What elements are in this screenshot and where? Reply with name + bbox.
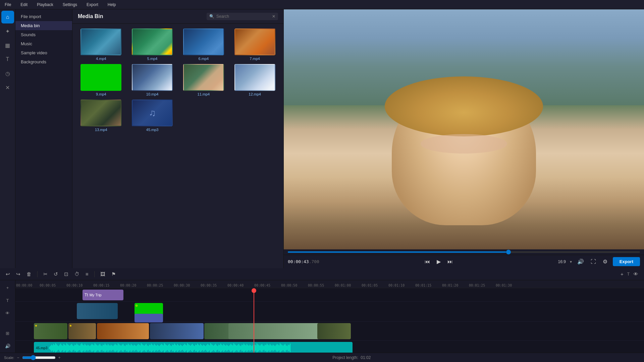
menu-playback[interactable]: Playback: [35, 2, 55, 8]
audio-track: 45.mp3: [15, 341, 644, 353]
list-button[interactable]: ≡: [84, 270, 90, 278]
nav-sounds[interactable]: Sounds: [15, 30, 72, 39]
tl-add-icon[interactable]: +: [2, 282, 14, 294]
nav-media-bin[interactable]: Media bin: [15, 21, 72, 30]
nav-sample-video[interactable]: Sample video: [15, 48, 72, 57]
waveform-bar: [263, 345, 263, 351]
video-clip-mountain[interactable]: [77, 303, 118, 319]
menu-export[interactable]: Export: [85, 2, 100, 8]
sidebar-icon-tools[interactable]: ✕: [1, 81, 14, 94]
audio-clip-main[interactable]: 45.mp3: [34, 342, 353, 353]
media-item[interactable]: 11.mp4: [180, 64, 228, 96]
waveform-bar: [59, 345, 60, 351]
progress-handle[interactable]: [506, 250, 511, 254]
nav-file-import[interactable]: File import: [15, 12, 72, 21]
waveform-bar: [191, 345, 192, 351]
media-thumb[interactable]: [234, 28, 275, 55]
video-clip-alpine[interactable]: [150, 323, 204, 339]
media-item[interactable]: 7.mp4: [231, 28, 279, 61]
waveform-bar: [259, 345, 259, 351]
waveform-bar: [144, 346, 145, 350]
media-item[interactable]: ♫ 45.mp3: [128, 100, 176, 132]
menu-settings[interactable]: Settings: [61, 2, 79, 8]
tl-vol-icon[interactable]: 🔊: [2, 340, 14, 352]
video-clip-overlay[interactable]: [135, 314, 163, 322]
delete-button[interactable]: 🗑: [25, 270, 33, 278]
export-button[interactable]: Export: [613, 257, 640, 266]
media-thumb[interactable]: [183, 64, 224, 91]
video-clip-woman[interactable]: [228, 323, 329, 339]
play-button[interactable]: ▶: [435, 258, 442, 265]
menu-help[interactable]: Help: [106, 2, 118, 8]
media-thumb[interactable]: [132, 64, 173, 91]
text-clip-my-trip[interactable]: Tt My Trip: [83, 290, 123, 300]
sidebar-icon-effects[interactable]: ✦: [1, 25, 14, 38]
menu-edit[interactable]: Edit: [18, 2, 30, 8]
waveform-bar: [264, 346, 264, 350]
media-label: 10.mp4: [146, 92, 159, 96]
eye-button[interactable]: 👁: [632, 270, 640, 278]
waveform-bar: [158, 345, 159, 351]
sidebar-icon-grid[interactable]: ▦: [1, 39, 14, 52]
media-thumb-audio[interactable]: ♫: [132, 100, 173, 126]
media-thumb[interactable]: [80, 100, 121, 126]
volume-button[interactable]: 🔊: [576, 258, 585, 265]
preview-progress-bar[interactable]: [288, 251, 640, 253]
settings-button[interactable]: ⚙: [601, 258, 609, 265]
waveform-bar: [79, 346, 80, 350]
media-thumb[interactable]: [80, 64, 121, 91]
tl-eye-icon[interactable]: 👁: [2, 307, 14, 319]
aspect-ratio-select[interactable]: 16:9: [558, 259, 566, 264]
next-frame-button[interactable]: ⏭: [446, 258, 454, 265]
waveform-bar: [179, 346, 180, 350]
video-clip-2[interactable]: ★: [68, 323, 96, 339]
redo-button[interactable]: ↪: [14, 270, 22, 278]
nav-backgrounds[interactable]: Backgrounds: [15, 57, 72, 66]
cut-button[interactable]: ✂: [42, 270, 49, 278]
nav-music[interactable]: Music: [15, 39, 72, 48]
sidebar-icon-clock[interactable]: ◷: [1, 67, 14, 80]
tl-layers-icon[interactable]: ⊞: [2, 327, 14, 339]
media-item[interactable]: 5.mp4: [128, 28, 176, 61]
media-item[interactable]: 4.mp4: [77, 28, 125, 61]
media-thumb[interactable]: [132, 28, 173, 55]
flag-button[interactable]: ⚑: [110, 270, 117, 278]
prev-frame-button[interactable]: ⏮: [423, 258, 431, 265]
rotate-button[interactable]: ↺: [52, 270, 60, 278]
add-track-button[interactable]: +: [619, 270, 625, 278]
overlay-button[interactable]: 🖼: [99, 270, 107, 278]
close-search-icon[interactable]: ✕: [272, 14, 275, 19]
media-item[interactable]: 9.mp4: [77, 64, 125, 96]
text-track-row: Tt My Trip: [15, 288, 644, 302]
search-input[interactable]: [216, 14, 270, 19]
waveform-bar: [132, 345, 132, 351]
media-item[interactable]: 10.mp4: [128, 64, 176, 96]
waveform-bar: [261, 345, 261, 351]
media-item[interactable]: 6.mp4: [180, 28, 228, 61]
ruler-mark-7: 00:00:35: [201, 284, 217, 287]
speed-button[interactable]: ⏱: [73, 270, 81, 278]
media-item[interactable]: 13.mp4: [77, 100, 125, 132]
sidebar-icon-home[interactable]: ⌂: [1, 11, 14, 23]
video-clip-desert[interactable]: [97, 323, 149, 339]
fullscreen-button[interactable]: ⛶: [589, 258, 597, 265]
video-clip-1[interactable]: ★: [34, 323, 67, 339]
waveform-bar: [139, 345, 140, 351]
timeline-ruler: 00:00:00 00:00:05 00:00:10 00:00:15 00:0…: [15, 280, 644, 288]
media-thumb[interactable]: [234, 64, 275, 91]
sidebar-icon-text[interactable]: T: [1, 53, 14, 66]
search-box[interactable]: 🔍 ✕: [207, 13, 278, 20]
crop-button[interactable]: ⊡: [62, 270, 70, 278]
video-clip-bike[interactable]: [317, 323, 351, 339]
menu-file[interactable]: File: [3, 2, 13, 8]
media-item[interactable]: 12.mp4: [231, 64, 279, 96]
media-thumb[interactable]: [183, 28, 224, 55]
timeline-content[interactable]: 00:00:00 00:00:05 00:00:10 00:00:15 00:0…: [15, 280, 644, 353]
scale-label: Scale:: [4, 356, 14, 360]
tl-text-icon[interactable]: T: [2, 294, 14, 306]
undo-button[interactable]: ↩: [4, 270, 12, 278]
media-thumb[interactable]: [80, 28, 121, 55]
scale-slider[interactable]: [22, 355, 56, 360]
waveform-bar: [84, 345, 84, 351]
aspect-ratio-chevron[interactable]: ▾: [570, 259, 572, 264]
